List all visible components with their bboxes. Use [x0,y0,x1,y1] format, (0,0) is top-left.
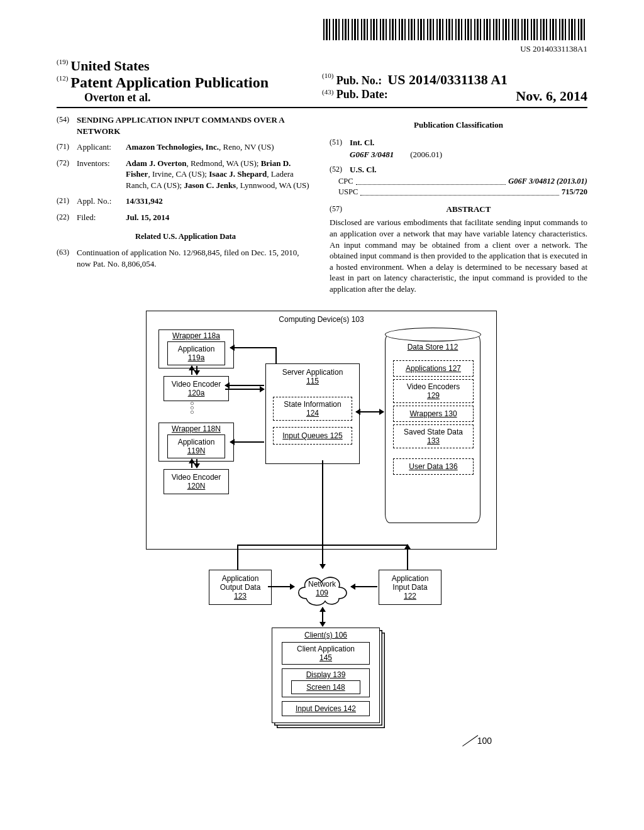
saved-state-data-label: Saved State Data [404,428,463,436]
saved-state-data-num: 133 [427,436,440,445]
document-header: (19) United States (12) Patent Applicati… [57,58,587,108]
wrapper-n-label: Wrapper 118N [172,424,221,433]
state-information-label: State Information [284,400,341,409]
network-num: 109 [294,589,350,597]
code-52: (52) [330,164,350,175]
inventors-label: Inventors: [77,158,126,191]
app-input-data-l1: Application [392,574,429,583]
uspc-label: USPC [338,187,358,197]
pub-no-label: Pub. No.: [336,74,382,87]
application-n-label: Application [178,438,215,446]
code-54: (54) [57,114,77,136]
app-output-data-l2: Output Data [220,583,261,592]
applicant: Amazon Technologies, Inc., Reno, NV (US) [126,141,314,153]
code-22: (22) [57,212,77,223]
code-51: (51) [330,137,350,148]
continuation-text: Continuation of application No. 12/968,8… [77,247,314,269]
application-a-num: 119a [188,353,205,362]
applicant-label: Applicant: [77,141,126,153]
video-encoders-ds-num: 129 [427,391,440,400]
client-application-label: Client Application [297,645,355,653]
video-encoder-n-num: 120N [187,482,206,490]
int-cl-date: (2006.01) [410,150,442,159]
code-63: (63) [57,247,77,269]
code-43: (43) [322,88,333,96]
inventors: Adam J. Overton, Redmond, WA (US); Brian… [126,158,314,191]
app-input-data-num: 122 [404,592,416,600]
code-12: (12) [57,74,68,82]
clients-label: Client(s) 106 [304,631,347,639]
video-encoder-a-num: 120a [188,389,205,397]
video-encoders-ds-label: Video Encoders [407,382,460,391]
code-72: (72) [57,158,77,191]
left-column: (54) SENDING APPLICATION INPUT COMMANDS … [57,114,314,294]
barcode-text: US 20140331138A1 [57,44,587,54]
display-label: Display 139 [306,670,346,679]
appl-no-label: Appl. No.: [77,196,126,207]
int-cl-code: G06F 3/0481 [350,150,394,159]
server-application-label: Server Application [282,368,343,377]
figure-reference-number: 100 [477,736,492,746]
right-column: Publication Classification (51) Int. Cl.… [330,114,587,294]
abstract-heading: ABSTRACT [447,204,491,214]
int-cl-label: Int. Cl. [350,138,374,147]
system-diagram: Computing Device(s) 103 Wrapper 118a App… [146,306,498,783]
wrappers-ds-label: Wrappers 130 [409,409,457,418]
application-a-label: Application [178,345,215,353]
code-57: (57) [330,204,350,215]
video-encoder-a-label: Video Encoder [172,380,221,389]
input-queues-label: Input Queues 125 [282,431,342,440]
screen-label: Screen 148 [306,683,345,692]
code-19: (19) [57,58,68,65]
us-cl-label: U.S. Cl. [350,165,377,174]
state-information-num: 124 [306,409,319,418]
wrapper-a-label: Wrapper 118a [172,331,220,340]
code-71: (71) [57,141,77,153]
pub-date-label: Pub. Date: [336,88,388,101]
classification-heading: Publication Classification [330,119,587,131]
uspc-value: 715/720 [562,187,587,197]
applications-ds-label: Applications 127 [406,364,461,373]
abstract-text: Disclosed are various embodiments that f… [330,217,587,294]
pub-no: US 2014/0331138 A1 [387,72,508,87]
server-application-num: 115 [306,377,319,385]
input-devices-label: Input Devices 142 [296,704,356,713]
pub-date: Nov. 6, 2014 [516,88,587,104]
app-output-data-num: 123 [234,592,247,600]
code-10: (10) [322,72,333,79]
application-n-num: 119N [187,446,206,455]
filed-date: Jul. 15, 2014 [126,212,314,223]
computing-devices-label: Computing Device(s) 103 [279,315,364,324]
app-output-data-l1: Application [222,574,259,583]
country: United States [70,58,149,74]
network-label: Network [294,580,350,589]
invention-title: SENDING APPLICATION INPUT COMMANDS OVER … [77,114,314,136]
publication-type: Patent Application Publication [70,74,269,91]
user-data-label: User Data 136 [409,462,457,471]
related-data-heading: Related U.S. Application Data [57,231,314,242]
data-store-label: Data Store 112 [386,343,480,351]
app-input-data-l2: Input Data [392,583,427,592]
appl-no: 14/331,942 [126,196,314,207]
authors-line: Overton et al. [57,91,322,104]
client-application-num: 145 [319,653,332,662]
video-encoder-n-label: Video Encoder [172,473,221,482]
filed-label: Filed: [77,212,126,223]
cpc-label: CPC [338,176,353,187]
code-21: (21) [57,196,77,207]
barcode [323,19,587,40]
cpc-value: G06F 3/04812 (2013.01) [508,177,587,185]
